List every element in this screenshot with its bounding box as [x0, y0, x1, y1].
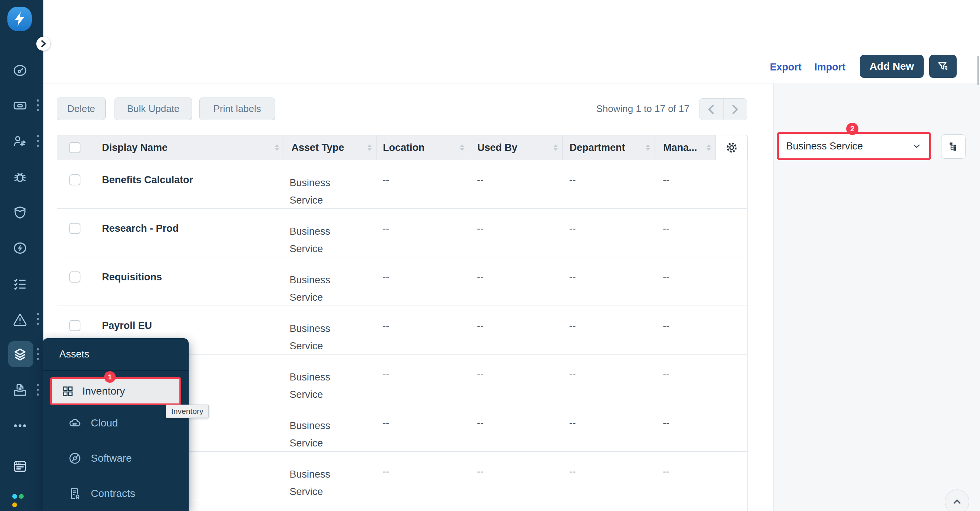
cloud-icon — [68, 416, 82, 430]
used-by-value: -- — [469, 417, 562, 429]
sidebar-item-workspace[interactable] — [12, 459, 28, 474]
department-value: -- — [562, 320, 655, 331]
column-used-by[interactable]: Used By — [469, 135, 562, 160]
shield-icon — [12, 205, 28, 220]
print-labels-button[interactable]: Print labels — [199, 97, 275, 120]
alerts-kebab-menu[interactable] — [37, 313, 40, 328]
sidebar-item-releases[interactable] — [12, 205, 28, 220]
row-checkbox[interactable] — [69, 271, 80, 283]
column-label: Asset Type — [284, 142, 344, 153]
location-value: -- — [376, 223, 469, 234]
menu-item-contracts[interactable]: Contracts — [43, 476, 189, 511]
used-by-value: -- — [469, 223, 562, 234]
menu-item-software[interactable]: Software — [43, 441, 189, 476]
pagination — [699, 98, 747, 120]
sidebar-expand-button[interactable] — [36, 37, 51, 51]
sidebar-item-reports[interactable] — [12, 382, 28, 398]
table-settings-button[interactable] — [715, 135, 747, 160]
delete-button[interactable]: Delete — [57, 97, 106, 120]
asset-display-name[interactable]: Requisitions — [94, 271, 283, 283]
sidebar-item-tickets[interactable] — [12, 98, 28, 113]
export-link[interactable]: Export — [770, 62, 802, 73]
next-page-button[interactable] — [724, 99, 747, 120]
sidebar-item-tasks[interactable] — [12, 276, 28, 291]
column-label: Location — [377, 142, 425, 153]
sort-arrows-icon[interactable] — [646, 145, 650, 151]
sort-arrows-icon[interactable] — [368, 145, 372, 151]
column-label: Used By — [469, 142, 517, 153]
step-badge-1: 1 — [104, 371, 116, 383]
sort-arrows-icon[interactable] — [460, 145, 465, 151]
row-checkbox[interactable] — [69, 320, 80, 331]
chevron-right-icon — [40, 40, 46, 47]
asset-type-value: Business Service — [283, 417, 345, 452]
filter-toggle-button[interactable] — [929, 55, 957, 78]
bug-icon — [12, 169, 28, 185]
scroll-to-top-button[interactable] — [945, 489, 969, 511]
managed-by-value: -- — [655, 174, 715, 186]
select-all-checkbox[interactable] — [69, 142, 80, 153]
freshservice-logo[interactable] — [7, 7, 32, 31]
step-badge-2: 2 — [846, 123, 858, 135]
table-row[interactable]: Requisitions Business Service -- -- -- -… — [57, 257, 747, 306]
sidebar-item-dashboard[interactable] — [12, 63, 28, 78]
department-value: -- — [562, 466, 655, 477]
assets-kebab-menu[interactable] — [37, 348, 40, 363]
sort-arrows-icon[interactable] — [275, 145, 279, 151]
menu-item-label: Software — [91, 452, 132, 464]
column-managed-by[interactable]: Mana... — [655, 135, 715, 160]
sidebar-item-automation[interactable] — [12, 240, 28, 256]
prev-page-button[interactable] — [699, 99, 724, 120]
column-asset-type[interactable]: Asset Type — [283, 135, 376, 160]
sidebar-item-assets[interactable] — [12, 347, 28, 362]
location-value: -- — [376, 466, 469, 477]
department-value: -- — [562, 369, 655, 380]
import-link[interactable]: Import — [814, 62, 845, 73]
asset-type-value: Business Service — [283, 271, 345, 306]
sidebar-item-problems[interactable] — [12, 169, 28, 185]
menu-item-inventory[interactable]: Inventory 1 — [50, 377, 181, 405]
row-checkbox[interactable] — [69, 174, 80, 185]
add-new-button[interactable]: Add New — [860, 55, 924, 78]
asset-display-name[interactable]: Research - Prod — [94, 223, 283, 234]
chevron-up-icon — [951, 495, 963, 508]
contract-icon — [68, 487, 82, 501]
sidebar-item-alerts[interactable] — [12, 312, 28, 327]
sort-arrows-icon[interactable] — [554, 145, 558, 151]
row-checkbox[interactable] — [69, 223, 80, 234]
assets-flyout-menu: Assets Inventory 1 Cloud Software Contra… — [43, 338, 189, 511]
department-value: -- — [562, 271, 655, 283]
app-switcher-grid-icon[interactable] — [12, 494, 32, 511]
asset-display-name[interactable]: Benefits Calculator — [94, 174, 283, 186]
asset-type-value: Business Service — [786, 140, 863, 152]
reports-kebab-menu[interactable] — [37, 384, 40, 398]
asset-type-value: Business Service — [283, 320, 345, 355]
asset-display-name[interactable]: Payroll EU — [94, 320, 283, 331]
department-value: -- — [562, 417, 655, 429]
location-value: -- — [376, 320, 469, 331]
tickets-kebab-menu[interactable] — [37, 99, 40, 114]
changes-kebab-menu[interactable] — [37, 135, 40, 150]
sidebar-item-more[interactable] — [12, 418, 28, 433]
hierarchy-tree-icon — [948, 141, 959, 152]
table-row[interactable]: Research - Prod Business Service -- -- -… — [57, 209, 747, 257]
grid-icon — [62, 385, 74, 398]
sidebar-item-changes[interactable] — [12, 134, 28, 149]
disc-icon — [68, 451, 82, 465]
asset-type-select[interactable]: Business Service — [777, 132, 931, 160]
column-location[interactable]: Location — [376, 135, 469, 160]
column-display-name[interactable]: Display Name — [94, 135, 283, 160]
sort-arrows-icon[interactable] — [706, 145, 711, 151]
sidebar — [0, 0, 43, 511]
table-row[interactable]: Benefits Calculator Business Service -- … — [57, 160, 747, 209]
location-value: -- — [376, 417, 469, 429]
user-swap-icon — [12, 134, 28, 149]
bulk-update-button[interactable]: Bulk Update — [115, 97, 192, 120]
bulk-update-label: Bulk Update — [127, 103, 180, 115]
scrollbar-thumb[interactable] — [977, 56, 979, 85]
menu-item-label: Inventory — [82, 385, 125, 397]
column-department[interactable]: Department — [562, 135, 655, 160]
used-by-value: -- — [469, 271, 562, 283]
asset-type-hierarchy-button[interactable] — [941, 134, 966, 159]
column-label: Mana... — [655, 142, 697, 153]
